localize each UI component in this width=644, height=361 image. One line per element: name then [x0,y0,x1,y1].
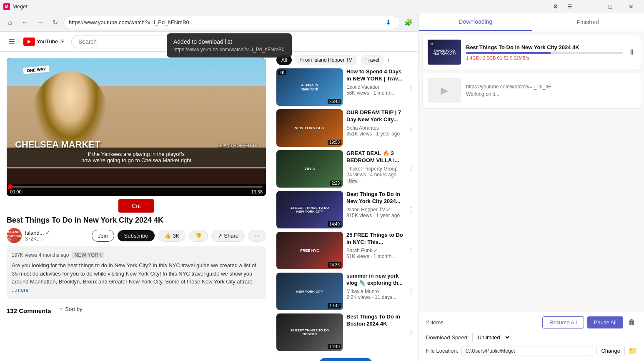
tab-downloading[interactable]: Downloading [419,13,532,31]
subtitle-line2: now we're going to go to Chelsea Market … [10,157,263,163]
filter-bar: All From Island Hopper TV Travel › [276,55,415,65]
forward-button[interactable]: → [33,16,47,29]
more-options-button[interactable]: ⋯ [248,230,266,242]
like-button[interactable]: 👍 3K [158,230,185,242]
video-scene: ONE WAY [7,58,266,196]
video-time-row: 00:00 13:38 [10,189,263,194]
channel-verified-icon: ✓ [45,230,50,236]
filter-chip-travel[interactable]: Travel [361,55,384,65]
rec-item-7[interactable]: 30 BEST THINGS TO DOBOSTON 14:40 Best Th… [276,313,415,351]
download-pause-button-1[interactable]: ⏸ [628,48,636,57]
rec-duration-1: 26:43 [328,99,341,104]
rec-info-4: Best Things To Do in New York City 2024.… [346,191,403,228]
download-progress-bar-1 [466,52,623,54]
share-icon: ↗ [218,233,222,239]
address-bar-input[interactable] [69,19,378,25]
download-footer-row3: File Location: Change 📁 [426,346,637,356]
rec-more-1[interactable]: ⋮ [407,68,415,106]
rec-more-3[interactable]: ⋮ [407,150,415,188]
video-controls-bar: 00:00 13:38 [7,184,266,196]
download-tabs: Downloading Finished [419,13,644,31]
hamburger-menu-button[interactable]: ☰ [563,0,576,13]
rec-more-5[interactable]: ⋮ [407,232,415,269]
filter-next-button[interactable]: › [388,56,390,64]
download-button[interactable]: ⬇ Download [318,358,373,361]
rec-more-4[interactable]: ⋮ [407,191,415,228]
rec-channel-3: Phuket Property Group [346,166,403,172]
share-button[interactable]: ↗ Share [211,230,245,242]
filter-chip-island-hopper[interactable]: From Island Hopper TV [295,55,357,65]
page-layout: Added to download list https://www.youtu… [0,52,418,361]
rec-title-1: How to Spend 4 Days in NEW YORK | Trav..… [346,68,403,83]
sort-by-button[interactable]: ≡ Sort by [58,304,84,314]
rec-item-6[interactable]: NEW YORK CITY 10:42 summer in new york v… [276,273,415,310]
download-stats-1: 1.4GB / 2.6GB 01:52 9.92MB/s [466,55,623,60]
rec-item-2[interactable]: NEW YORK CITY 19:50 OUR DREAM TRIP | 7 D… [276,109,415,147]
download-panel: Downloading Finished 35 THINGS TO DONEW … [419,13,644,361]
sidebar-recommendations: All From Island Hopper TV Travel › 4 Day… [273,52,418,361]
channel-info: Island... ✓ 372K... [25,230,88,242]
download-progress-fill-1 [466,52,551,54]
video-player[interactable]: ONE WAY CHELSEA MARKET ISLAND HOPPER TV … [7,58,266,196]
rec-item-3[interactable]: VILLA 2:29 GREAT DEAL 🔥 3 BEDROOM VILLA … [276,150,415,188]
rec-item-1[interactable]: 4 Days inNew York 26:43 4K How to Spend … [276,68,415,106]
rec-duration-2: 19:50 [328,140,341,145]
speed-label: Download Speed: [426,334,469,341]
rec-more-6[interactable]: ⋮ [407,273,415,310]
page-download-button[interactable]: ⬇ [381,16,395,29]
show-more-link[interactable]: ...more [12,287,28,293]
speed-select[interactable]: Unlimited [472,332,511,343]
file-location-input[interactable] [461,346,593,356]
rec-title-3: GREAT DEAL 🔥 3 BEDROOM VILLA I... [346,150,403,164]
minimize-button[interactable]: ─ [580,0,599,13]
change-location-button[interactable]: Change [596,346,625,356]
rec-badge-1: 4K [278,70,286,75]
sort-icon: ≡ [60,306,63,312]
download-working-thumb: ▶ [428,78,461,103]
cut-btn-container: Cut [7,199,266,213]
extensions-button[interactable]: 🧩 [402,16,415,29]
video-time-current: 00:00 [10,189,22,194]
open-folder-button[interactable]: 📁 [628,346,637,356]
video-description-text: Are you looking for the best things to d… [12,262,256,285]
pause-all-button[interactable]: Pause All [587,316,623,328]
rec-item-4[interactable]: 32 BEST THINGS TO DONEW YORK CITY 14:40 … [276,191,415,228]
download-footer: 2 items Resume All Pause All 🗑 Download … [419,311,644,361]
subscribe-button[interactable]: Subscribe [118,230,155,241]
rec-info-2: OUR DREAM TRIP | 7 Day New York City... … [346,109,403,147]
back-button[interactable]: ← [18,16,32,29]
rec-thumb-4: 32 BEST THINGS TO DONEW YORK CITY 14:40 [276,191,343,228]
resume-all-button[interactable]: Resume All [542,316,584,328]
join-button[interactable]: Join [92,230,114,242]
rec-item-5[interactable]: FREE NYC 24:36 25 FREE Things to Do in N… [276,232,415,269]
rec-stats-3: 24 views · 4 hours ago [346,172,403,178]
rec-more-2[interactable]: ⋮ [407,109,415,147]
download-working-url: https://youtube.com/watch?v=I_Pd_hF [466,84,583,90]
browser-content: ☰ YouTubeJP 🔍 Added to download list [0,32,418,361]
comments-count: 132 Comments [7,307,51,314]
rec-stats-2: 351K views · 1 year ago [346,131,403,137]
delete-all-button[interactable]: 🗑 [626,316,637,328]
settings-button[interactable]: ⚙ [549,0,562,13]
youtube-menu-button[interactable]: ☰ [7,35,17,48]
download-notification: Added to download list https://www.youtu… [167,52,273,58]
main-area: Added to download list https://www.youtu… [0,52,273,361]
footer-actions: Resume All Pause All 🗑 [542,316,637,328]
dislike-button[interactable]: 👎 [189,230,208,242]
rec-more-7[interactable]: ⋮ [407,313,415,351]
refresh-button[interactable]: ↻ [48,16,62,29]
maximize-button[interactable]: □ [601,0,620,13]
download-item-title-1: Best Things To Do in New York City 2024 … [466,44,623,50]
tab-finished[interactable]: Finished [532,13,644,31]
rec-channel-5: Sarah Funk ✓ [346,248,403,253]
close-button[interactable]: ✕ [621,0,641,13]
video-progress-bar[interactable] [10,186,263,188]
cut-button[interactable]: Cut [118,199,154,213]
video-progress-thumb [8,184,13,189]
home-button[interactable]: ⌂ [3,16,17,29]
rec-duration-6: 10:42 [328,303,341,308]
rec-thumb-6: NEW YORK CITY 10:42 [276,273,343,310]
rec-info-3: GREAT DEAL 🔥 3 BEDROOM VILLA I... Phuket… [346,150,403,188]
video-description: 197K views 4 months ago NEW YORK Are you… [7,246,266,299]
rec-thumb-1: 4 Days inNew York 26:43 4K [276,68,343,106]
